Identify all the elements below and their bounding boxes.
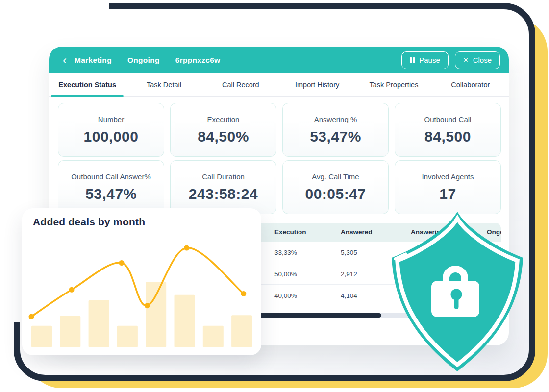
stat-card-call-duration: Call Duration 243:58:24 [170, 160, 276, 214]
stat-label: Execution [207, 115, 240, 123]
col-header-answered: Answered [341, 228, 373, 236]
stat-label: Number [98, 115, 124, 123]
stat-value: 53,47% [85, 186, 137, 202]
close-label: Close [473, 56, 492, 64]
deal-trend-line [31, 248, 244, 317]
stat-value: 84,500 [424, 128, 471, 145]
stat-value: 100,000 [84, 128, 139, 145]
deal-bar [89, 300, 109, 348]
cell-answered: 2,912 [341, 270, 357, 278]
stat-value: 17 [439, 186, 456, 202]
stat-card-involved-agents: Involved Agents 17 [395, 160, 501, 214]
cell-execution: 40,00% [274, 292, 297, 299]
col-header-execution: Execution [274, 228, 306, 236]
back-button[interactable]: ‹ [61, 55, 69, 65]
deal-point [241, 291, 246, 296]
deal-point [184, 245, 189, 251]
stat-card-avg-call-time: Avg. Call Time 00:05:47 [282, 160, 389, 214]
deal-bar [60, 316, 80, 347]
tab-call-record[interactable]: Call Record [202, 74, 279, 96]
deal-bar [31, 326, 52, 347]
stage: ‹ Marketing Ongoing 6rppnxzc6w Pause ✕ C… [0, 0, 549, 392]
tab-bar: Execution Status Task Detail Call Record… [49, 74, 509, 97]
stat-label: Call Duration [202, 172, 245, 181]
breadcrumb-status: Ongoing [127, 56, 160, 65]
stat-card-answering-pct: Answering % 53,47% [282, 103, 389, 157]
shield-lock-icon [388, 210, 528, 373]
added-deals-chart [22, 239, 261, 352]
deal-point [29, 314, 34, 319]
stat-value: 243:58:24 [189, 186, 258, 202]
horizontal-scrollbar-thumb[interactable] [259, 313, 381, 318]
breadcrumb-task-id: 6rppnxzc6w [175, 56, 221, 65]
deal-bar [203, 326, 224, 347]
tab-task-detail[interactable]: Task Detail [125, 74, 202, 96]
stat-card-execution: Execution 84,50% [170, 103, 276, 157]
pause-button[interactable]: Pause [401, 51, 449, 69]
stat-cards: Number 100,000 Execution 84,50% Answerin… [58, 103, 501, 214]
cell-execution: 33,33% [274, 249, 297, 256]
close-button[interactable]: ✕ Close [455, 51, 500, 69]
close-icon: ✕ [463, 57, 469, 63]
added-deals-card: Added deals by month [22, 208, 261, 355]
stat-label: Outbound Call Answer% [71, 172, 151, 181]
stat-card-outbound-answer-pct: Outbound Call Answer% 53,47% [58, 160, 164, 214]
back-chevron-icon: ‹ [63, 53, 67, 67]
cell-answered: 4,104 [341, 292, 357, 299]
deal-point [119, 260, 125, 266]
stat-value: 53,47% [310, 128, 361, 145]
deal-point [145, 303, 150, 308]
deal-bar [175, 295, 195, 347]
chart-title: Added deals by month [33, 216, 145, 228]
breadcrumb-task-name[interactable]: Marketing [75, 56, 112, 65]
app-header: ‹ Marketing Ongoing 6rppnxzc6w Pause ✕ C… [49, 47, 509, 74]
deal-bar [146, 282, 166, 347]
stat-card-number: Number 100,000 [58, 103, 164, 157]
tab-import-history[interactable]: Import History [279, 74, 355, 96]
cell-answered: 5,305 [341, 249, 357, 256]
stat-label: Involved Agents [422, 172, 474, 181]
cell-execution: 50,00% [274, 270, 297, 278]
stat-value: 00:05:47 [305, 186, 366, 202]
pause-icon [410, 57, 415, 63]
stat-label: Avg. Call Time [312, 172, 359, 181]
tab-task-properties[interactable]: Task Properties [355, 74, 432, 96]
stat-label: Answering % [314, 115, 357, 123]
deal-bar [231, 315, 252, 347]
tab-execution-status[interactable]: Execution Status [49, 74, 125, 96]
tab-collaborator[interactable]: Collaborator [432, 74, 509, 96]
pause-label: Pause [419, 56, 440, 64]
stat-card-outbound-call: Outbound Call 84,500 [395, 103, 501, 157]
stat-value: 84,50% [198, 128, 249, 145]
stat-label: Outbound Call [424, 115, 472, 123]
deal-bar [117, 326, 138, 347]
deal-point [69, 287, 75, 293]
